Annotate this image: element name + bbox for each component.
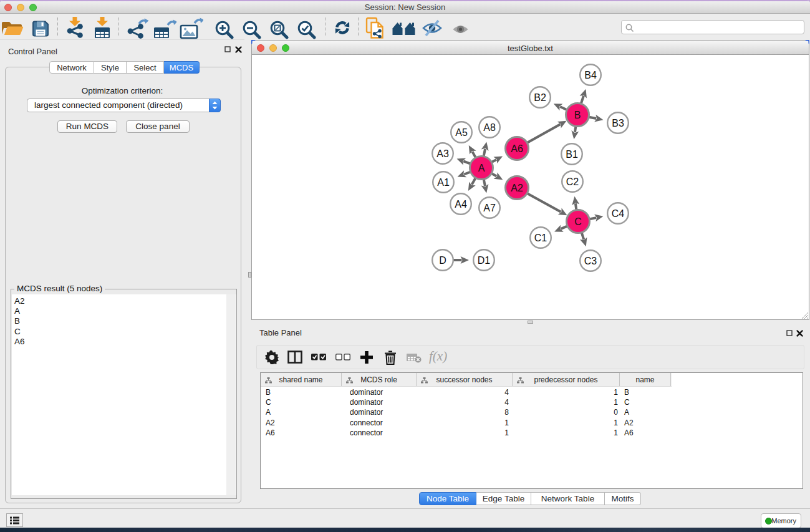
svg-text:D: D [439,255,446,266]
svg-text:A6: A6 [511,143,523,154]
svg-text:A2: A2 [511,183,523,193]
svg-text:C2: C2 [566,177,579,187]
svg-text:C3: C3 [584,256,597,266]
svg-text:B4: B4 [584,70,597,80]
svg-text:B: B [574,110,581,120]
svg-text:A: A [478,163,485,173]
svg-text:B3: B3 [612,118,624,128]
svg-text:B1: B1 [566,149,578,160]
svg-text:C1: C1 [534,233,547,243]
svg-text:A3: A3 [436,148,449,159]
svg-text:D1: D1 [478,255,491,266]
svg-text:C: C [574,216,582,227]
svg-text:A7: A7 [483,203,496,213]
svg-text:A4: A4 [455,199,467,210]
svg-text:A8: A8 [483,122,496,133]
svg-text:A1: A1 [437,177,450,188]
svg-text:A5: A5 [455,127,468,138]
svg-text:C4: C4 [612,208,625,219]
svg-text:B2: B2 [534,92,546,103]
